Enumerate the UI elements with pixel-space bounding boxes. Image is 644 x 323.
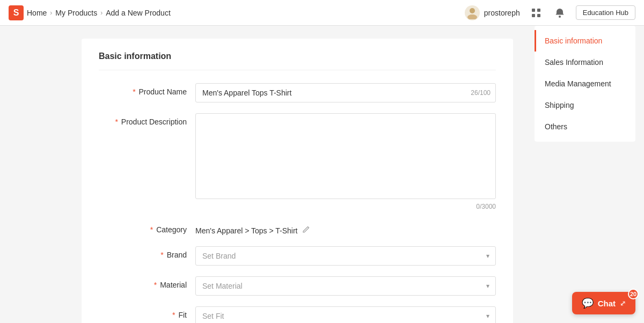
product-name-input-wrap: 26/100	[195, 83, 496, 102]
header-right: prostoreph Education Hub	[465, 5, 635, 20]
section-title: Basic information	[99, 52, 496, 70]
username: prostoreph	[484, 9, 520, 17]
chat-badge: 20	[628, 289, 639, 299]
avatar	[465, 5, 480, 20]
product-name-char-count: 26/100	[471, 89, 491, 97]
product-desc-textarea-wrap: 0/3000	[195, 113, 496, 210]
page-layout: Basic information * Product Name 26/100 …	[0, 26, 644, 323]
brand-select[interactable]: Set Brand	[195, 246, 496, 266]
nav-item-shipping[interactable]: Shipping	[535, 94, 635, 116]
product-desc-count: 0/3000	[195, 203, 496, 210]
chat-button[interactable]: 💬 Chat ⤢ 20	[572, 292, 635, 314]
header: S Home › My Products › Add a New Product…	[0, 0, 644, 26]
header-left: S Home › My Products › Add a New Product	[9, 5, 465, 20]
brand-wrap: Set Brand ▾	[195, 246, 496, 266]
svg-rect-4	[532, 14, 535, 17]
breadcrumb-sep-2: ›	[100, 9, 103, 17]
shopee-logo[interactable]: S	[9, 5, 24, 20]
breadcrumb-home[interactable]: Home	[27, 9, 47, 17]
required-star: *	[133, 87, 135, 96]
required-star-cat: *	[150, 225, 153, 234]
nav-item-sales-information[interactable]: Sales Information	[535, 52, 635, 73]
category-text: Men's Apparel > Tops > T-Shirt	[195, 226, 297, 235]
nav-item-basic-information[interactable]: Basic information	[535, 30, 635, 52]
breadcrumb-my-products[interactable]: My Products	[55, 9, 97, 17]
breadcrumb: Home › My Products › Add a New Product	[27, 9, 171, 17]
chat-icon: 💬	[582, 297, 594, 309]
material-wrap: Set Material ▾	[195, 276, 496, 296]
user-info: prostoreph	[465, 5, 520, 20]
product-desc-wrap: 0/3000	[195, 113, 496, 210]
main-content: Basic information * Product Name 26/100 …	[69, 26, 526, 323]
breadcrumb-sep-1: ›	[50, 9, 52, 17]
product-desc-label: * Product Description	[99, 113, 195, 126]
breadcrumb-current: Add a New Product	[106, 9, 171, 17]
brand-label: * Brand	[99, 246, 195, 259]
brand-select-wrapper: Set Brand ▾	[195, 246, 496, 266]
material-select-wrapper: Set Material ▾	[195, 276, 496, 296]
material-row: * Material Set Material ▾	[99, 276, 496, 296]
svg-point-6	[559, 16, 561, 18]
bell-icon[interactable]	[552, 5, 567, 20]
education-hub-button[interactable]: Education Hub	[576, 5, 635, 20]
product-desc-row: * Product Description 0/3000	[99, 113, 496, 210]
nav-item-media-management[interactable]: Media Management	[535, 73, 635, 94]
chat-expand-icon: ⤢	[620, 299, 626, 307]
material-label: * Material	[99, 276, 195, 289]
required-star-fit: *	[172, 311, 175, 319]
svg-rect-3	[537, 9, 540, 12]
product-name-wrap: 26/100	[195, 83, 496, 102]
shopee-logo-letter: S	[13, 8, 19, 18]
fit-row: * Fit Set Fit ▾	[99, 306, 496, 323]
form-card: Basic information * Product Name 26/100 …	[82, 39, 513, 323]
category-value: Men's Apparel > Tops > T-Shirt	[195, 221, 496, 236]
right-sidebar: Basic information Sales Information Medi…	[526, 26, 644, 323]
nav-item-others[interactable]: Others	[535, 116, 635, 137]
grid-icon[interactable]	[529, 5, 544, 20]
svg-point-0	[470, 8, 475, 13]
product-name-input[interactable]	[195, 83, 496, 102]
category-wrap: Men's Apparel > Tops > T-Shirt	[195, 221, 496, 236]
edit-category-icon[interactable]	[302, 225, 310, 236]
svg-rect-2	[532, 9, 535, 12]
chat-label: Chat	[598, 299, 616, 308]
product-name-row: * Product Name 26/100	[99, 83, 496, 102]
fit-select-wrapper: Set Fit ▾	[195, 306, 496, 323]
material-select[interactable]: Set Material	[195, 276, 496, 296]
fit-select[interactable]: Set Fit	[195, 306, 496, 323]
product-desc-textarea[interactable]	[195, 113, 496, 199]
category-label: * Category	[99, 221, 195, 234]
svg-rect-5	[537, 14, 540, 17]
svg-point-1	[467, 14, 477, 19]
required-star-brand: *	[160, 251, 163, 259]
fit-label: * Fit	[99, 306, 195, 319]
brand-row: * Brand Set Brand ▾	[99, 246, 496, 266]
section-nav: Basic information Sales Information Medi…	[535, 26, 635, 142]
fit-wrap: Set Fit ▾	[195, 306, 496, 323]
left-sidebar	[0, 26, 69, 323]
product-name-label: * Product Name	[99, 83, 195, 96]
category-row: * Category Men's Apparel > Tops > T-Shir…	[99, 221, 496, 236]
required-star-desc: *	[115, 118, 118, 126]
required-star-material: *	[154, 281, 157, 289]
